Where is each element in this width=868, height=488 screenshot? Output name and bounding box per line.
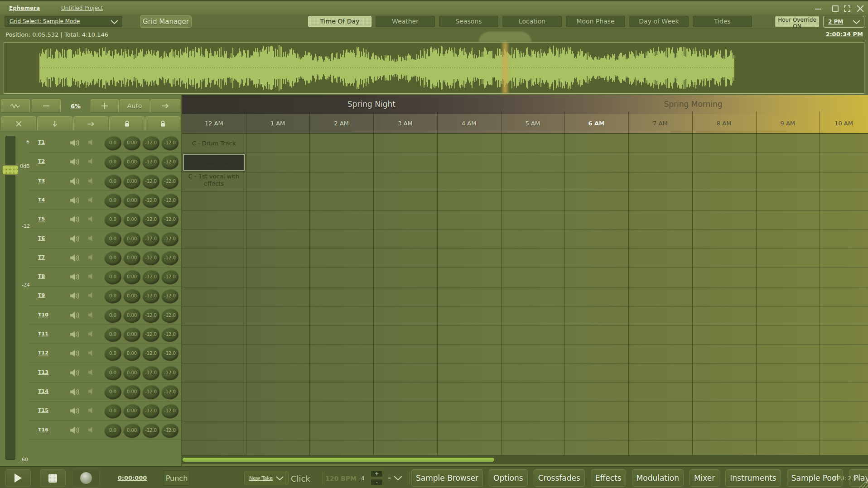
- track-knob[interactable]: 0.0: [104, 250, 121, 265]
- grid-select-dropdown[interactable]: Grid Select: Sample Mode: [5, 16, 122, 27]
- stop-button[interactable]: [40, 469, 66, 487]
- track-knob[interactable]: 0.00: [123, 365, 140, 380]
- minimize-icon[interactable]: [814, 5, 822, 13]
- lock-button[interactable]: [109, 116, 145, 131]
- zoom-out-button[interactable]: [32, 99, 61, 113]
- track-knob[interactable]: 0.0: [104, 288, 121, 303]
- track-knob[interactable]: -12.0: [142, 154, 159, 169]
- track-knob[interactable]: -12.0: [142, 212, 159, 227]
- hour-select-dropdown[interactable]: 2 PM: [823, 16, 864, 28]
- track-knob[interactable]: 0.0: [104, 346, 121, 361]
- clip-bass-track-selected[interactable]: C - bass track: [183, 154, 245, 171]
- track-knob[interactable]: 0.00: [123, 308, 140, 323]
- track-knob[interactable]: -12.0: [161, 346, 178, 361]
- arrangement-grid[interactable]: Spring Night Spring Morning 12 AM1 AM2 A…: [182, 95, 868, 466]
- speaker-muted-icon[interactable]: [88, 311, 94, 320]
- clock-readout[interactable]: 2:00:34 PM: [825, 31, 863, 38]
- track-label[interactable]: T3: [38, 178, 45, 184]
- track-knob[interactable]: -12.0: [161, 288, 178, 303]
- track-knob[interactable]: 0.0: [104, 269, 121, 284]
- track-label[interactable]: T2: [38, 158, 45, 164]
- speaker-muted-icon[interactable]: [88, 273, 94, 282]
- track-knob[interactable]: -12.0: [161, 154, 178, 169]
- track-knob[interactable]: 0.0: [104, 384, 121, 399]
- speaker-on-icon[interactable]: [70, 349, 81, 359]
- menu-button-mixer[interactable]: Mixer: [690, 469, 719, 487]
- track-label[interactable]: T8: [38, 273, 45, 279]
- track-knob[interactable]: -12.0: [161, 308, 178, 323]
- track-knob[interactable]: 0.0: [104, 423, 121, 438]
- track-knob[interactable]: -12.0: [142, 365, 159, 380]
- track-label[interactable]: T14: [38, 388, 48, 394]
- scroll-right-button[interactable]: [150, 99, 180, 113]
- track-knob[interactable]: 0.00: [123, 212, 140, 227]
- speaker-on-icon[interactable]: [70, 235, 81, 244]
- track-knob[interactable]: -12.0: [142, 174, 159, 189]
- waveform-zoom-button[interactable]: [1, 99, 30, 113]
- speaker-on-icon[interactable]: [70, 388, 81, 397]
- speaker-on-icon[interactable]: [70, 292, 81, 301]
- track-knob[interactable]: -12.0: [142, 327, 159, 342]
- track-label[interactable]: T7: [38, 254, 45, 260]
- menu-button-instruments[interactable]: Instruments: [725, 469, 781, 487]
- tab-moon-phase[interactable]: Moon Phase: [566, 16, 625, 27]
- speaker-muted-icon[interactable]: [88, 426, 94, 435]
- tab-seasons[interactable]: Seasons: [439, 16, 498, 27]
- track-label[interactable]: T6: [38, 235, 45, 241]
- menu-button-effects[interactable]: Effects: [591, 469, 626, 487]
- track-knob[interactable]: 0.0: [104, 193, 121, 208]
- track-knob[interactable]: 0.0: [104, 365, 121, 380]
- track-label[interactable]: T12: [38, 350, 48, 356]
- hour-override-button[interactable]: Hour Override ON: [775, 16, 819, 27]
- speaker-on-icon[interactable]: [70, 311, 81, 321]
- track-knob[interactable]: 0.00: [123, 250, 140, 265]
- speaker-on-icon[interactable]: [70, 426, 81, 436]
- speaker-muted-icon[interactable]: [88, 177, 94, 186]
- track-knob[interactable]: 0.0: [104, 231, 121, 246]
- track-knob[interactable]: -12.0: [161, 423, 178, 438]
- speaker-on-icon[interactable]: [70, 158, 81, 167]
- speaker-muted-icon[interactable]: [88, 407, 94, 416]
- speaker-on-icon[interactable]: [70, 407, 81, 416]
- track-knob[interactable]: -12.0: [161, 231, 178, 246]
- speaker-muted-icon[interactable]: [88, 349, 94, 358]
- speaker-on-icon[interactable]: [70, 196, 81, 206]
- menu-button-modulation[interactable]: Modulation: [632, 469, 684, 487]
- track-knob[interactable]: 0.0: [104, 308, 121, 323]
- track-knob[interactable]: 0.00: [123, 403, 140, 418]
- track-knob[interactable]: -12.0: [142, 231, 159, 246]
- track-knob[interactable]: -12.0: [161, 384, 178, 399]
- click-button[interactable]: Click: [291, 474, 310, 483]
- project-menu[interactable]: Untitled Project: [61, 5, 103, 11]
- track-knob[interactable]: 0.00: [123, 231, 140, 246]
- track-knob[interactable]: -12.0: [142, 423, 159, 438]
- speaker-on-icon[interactable]: [70, 254, 81, 263]
- tab-time-of-day[interactable]: Time Of Day: [308, 16, 371, 27]
- menu-button-sample-browser[interactable]: Sample Browser: [411, 469, 483, 487]
- speaker-on-icon[interactable]: [70, 330, 81, 340]
- lock-all-button[interactable]: [145, 116, 180, 131]
- track-knob[interactable]: -12.0: [161, 327, 178, 342]
- track-knob[interactable]: -12.0: [142, 346, 159, 361]
- track-knob[interactable]: -12.0: [161, 269, 178, 284]
- tab-location[interactable]: Location: [502, 16, 562, 27]
- record-button[interactable]: [72, 469, 100, 487]
- speaker-on-icon[interactable]: [70, 215, 81, 225]
- track-knob[interactable]: 0.0: [104, 135, 121, 150]
- track-knob[interactable]: 0.0: [104, 327, 121, 342]
- speaker-on-icon[interactable]: [70, 139, 81, 148]
- beats-decrement-button[interactable]: -: [371, 479, 383, 486]
- auto-button[interactable]: Auto: [120, 99, 149, 113]
- track-label[interactable]: T9: [38, 292, 45, 298]
- track-knob[interactable]: 0.00: [123, 154, 140, 169]
- speaker-muted-icon[interactable]: [88, 235, 94, 244]
- hour-ruler[interactable]: 12 AM1 AM2 AM3 AM4 AM5 AM6 AM7 AM8 AM9 A…: [182, 114, 868, 134]
- clip-drum-track[interactable]: C - Drum Track: [182, 134, 246, 153]
- tab-weather[interactable]: Weather: [376, 16, 435, 27]
- playhead-marker[interactable]: [501, 43, 509, 93]
- track-label[interactable]: T1: [38, 139, 45, 145]
- move-right-button[interactable]: [73, 116, 108, 131]
- track-label[interactable]: T13: [38, 369, 48, 375]
- track-knob[interactable]: 0.00: [123, 346, 140, 361]
- punch-button[interactable]: Punch: [164, 470, 190, 486]
